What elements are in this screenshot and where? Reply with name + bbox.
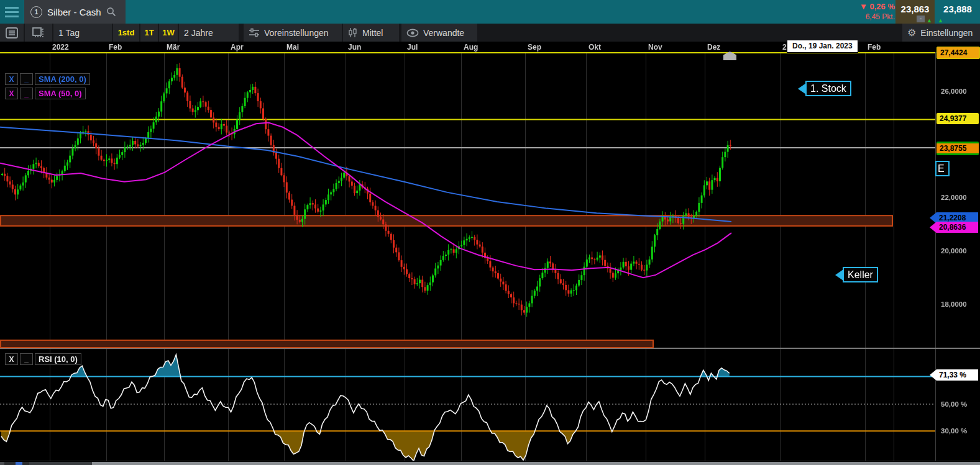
horizontal-scrollbar[interactable]	[0, 462, 980, 465]
chart-area[interactable]: X _ SMA (200, 0) X _ SMA (50, 0) X _ RSI…	[0, 42, 980, 462]
gear-icon: ⚙	[907, 27, 916, 38]
current-price-badge: 23,8755	[936, 142, 979, 155]
change-block: ▼ 0,26 % 6,45 Pkt.	[844, 1, 895, 22]
scrollbar-segment[interactable]	[0, 462, 4, 465]
bid-price: 23,863 ▲	[895, 0, 935, 24]
sma50-close-button[interactable]: X	[5, 88, 18, 99]
sma50-legend-label[interactable]: SMA (50, 0)	[35, 88, 86, 99]
bid-uptick-icon: ▲	[927, 18, 932, 24]
candlestick-icon	[348, 27, 358, 38]
scrollbar-segment[interactable]	[4, 462, 16, 465]
minimize-button[interactable]: -	[917, 16, 925, 22]
search-icon[interactable]	[106, 7, 116, 17]
mittel-button[interactable]: Mittel	[343, 24, 399, 42]
sma50-value-badge: 20,8636	[930, 222, 978, 233]
annotation-eg-clipped[interactable]: E	[935, 161, 950, 176]
rsi-minimize-button[interactable]: _	[20, 353, 33, 365]
chart-toolbar: 1 Tag 1std 1T 1W 2 Jahre Voreinstellunge…	[0, 24, 980, 42]
watchlist-icon[interactable]	[0, 24, 24, 42]
level-badge-resistance: 24,9377	[936, 113, 979, 124]
level-badge-upper: 27,4424	[936, 47, 980, 59]
sma50-legend-row: X _ SMA (50, 0)	[5, 88, 86, 99]
rsi-legend-label[interactable]: RSI (10, 0)	[35, 353, 81, 365]
sliders-icon	[249, 28, 260, 38]
sma200-value-badge: 21,2208	[930, 212, 978, 223]
sma200-legend-row: X _ SMA (200, 0)	[5, 73, 90, 85]
rsi-legend-row: X _ RSI (10, 0)	[5, 353, 81, 365]
instrument-number-badge: 1	[30, 6, 42, 18]
layout-icon[interactable]	[25, 24, 52, 42]
scrollbar-segment[interactable]	[22, 462, 29, 465]
scrollbar-thumb[interactable]	[16, 462, 22, 465]
instrument-tab[interactable]: 1 Silber - Cash	[24, 0, 126, 24]
ask-price: 23,888 ▲	[935, 0, 980, 24]
timeframe-1w-button[interactable]: 1W	[159, 24, 178, 42]
eye-icon	[406, 29, 419, 37]
rsi-value-badge: 71,33 %	[930, 369, 978, 381]
verwandte-button[interactable]: Verwandte	[401, 24, 477, 42]
scrollbar-segment[interactable]	[29, 462, 92, 465]
change-points: 6,45 Pkt.	[844, 12, 895, 22]
timeframe-1std-button[interactable]: 1std	[113, 24, 139, 42]
range-button[interactable]: 2 Jahre	[179, 24, 239, 42]
change-percent: ▼ 0,26 %	[844, 1, 895, 12]
price-chart-canvas[interactable]	[0, 42, 980, 462]
scrollbar-segment[interactable]	[92, 462, 980, 465]
presets-button[interactable]: Voreinstellungen	[244, 24, 342, 42]
annotation-keller[interactable]: Keller	[843, 267, 878, 282]
settings-button[interactable]: ⚙ Einstellungen	[902, 24, 980, 42]
annotation-1-stock[interactable]: 1. Stock	[805, 81, 851, 96]
rsi-close-button[interactable]: X	[5, 353, 18, 365]
ask-uptick-icon: ▲	[938, 18, 943, 24]
hamburger-menu-icon[interactable]	[0, 0, 24, 24]
timeframe-1t-button[interactable]: 1T	[140, 24, 158, 42]
sma50-minimize-button[interactable]: _	[20, 88, 33, 99]
sma200-close-button[interactable]: X	[5, 73, 18, 85]
instrument-title: Silber - Cash	[47, 7, 101, 17]
sma200-legend-label[interactable]: SMA (200, 0)	[35, 73, 90, 85]
date-tooltip: Do., 19 Jan. 2023	[787, 40, 858, 53]
timeframe-current-button[interactable]: 1 Tag	[53, 24, 112, 42]
sma200-minimize-button[interactable]: _	[20, 73, 33, 85]
title-bar: 1 Silber - Cash ▼ 0,26 % 6,45 Pkt. 23,86…	[0, 0, 980, 24]
trading-app: 1 Silber - Cash ▼ 0,26 % 6,45 Pkt. 23,86…	[0, 0, 980, 465]
